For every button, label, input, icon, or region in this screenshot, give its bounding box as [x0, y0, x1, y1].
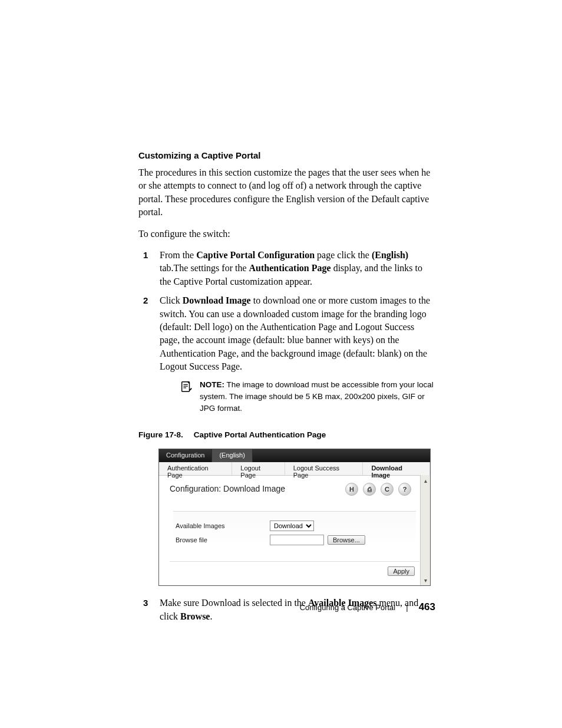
step-number: 1: [143, 249, 148, 261]
available-images-label: Available Images: [173, 522, 270, 529]
tab-logout-page[interactable]: Logout Page: [232, 462, 285, 475]
step-2: 2 Click Download Image to download one o…: [138, 294, 435, 414]
secondary-tabs: Authentication Page Logout Page Logout S…: [159, 462, 430, 476]
tab-logout-success-page[interactable]: Logout Success Page: [285, 462, 363, 475]
tab-configuration[interactable]: Configuration: [159, 449, 212, 462]
tab-authentication-page[interactable]: Authentication Page: [159, 462, 232, 475]
intro-paragraph: The procedures in this section customize…: [138, 166, 435, 219]
section-heading: Customizing a Captive Portal: [138, 150, 435, 160]
row-browse-file: Browse file Browse...: [173, 533, 416, 547]
note: NOTE: The image to download must be acce…: [180, 379, 435, 414]
step-text: From the Captive Portal Configuration pa…: [160, 250, 422, 286]
file-path-input[interactable]: [270, 535, 324, 545]
page-footer: Configuring a Captive Portal | 463: [300, 601, 435, 613]
form-area: Available Images Download Browse file Br…: [173, 511, 416, 547]
tab-download-image[interactable]: Download Image: [363, 462, 430, 475]
apply-row: Apply: [170, 561, 419, 579]
primary-tabs: Configuration (English): [159, 449, 430, 462]
step-text: Click Download Image to download one or …: [160, 295, 430, 371]
footer-divider: |: [406, 603, 408, 612]
print-icon[interactable]: ⎙: [363, 483, 376, 496]
embedded-screenshot: Configuration (English) Authentication P…: [158, 449, 431, 586]
steps-list: 1 From the Captive Portal Configuration …: [138, 249, 435, 414]
note-icon: [180, 380, 193, 393]
panel: Configuration: Download Image H ⎙ C ? Av…: [159, 476, 430, 585]
step-number: 2: [143, 294, 148, 307]
svg-rect-0: [182, 382, 190, 392]
panel-icons: H ⎙ C ?: [345, 483, 411, 496]
browse-button[interactable]: Browse...: [328, 535, 365, 545]
row-available-images: Available Images Download: [173, 519, 416, 533]
note-text: NOTE: The image to download must be acce…: [200, 379, 435, 414]
apply-button[interactable]: Apply: [388, 566, 415, 576]
step-1: 1 From the Captive Portal Configuration …: [138, 249, 435, 288]
footer-section: Configuring a Captive Portal: [300, 603, 396, 612]
page-number: 463: [419, 601, 435, 613]
refresh-icon[interactable]: C: [381, 483, 394, 496]
scroll-down-icon[interactable]: ▾: [421, 576, 429, 584]
help-icon[interactable]: ?: [398, 483, 411, 496]
scroll-up-icon[interactable]: ▴: [421, 476, 429, 485]
figure-caption: Figure 17-8.Captive Portal Authenticatio…: [138, 430, 435, 439]
step-number: 3: [143, 597, 148, 609]
save-icon[interactable]: H: [345, 483, 358, 496]
browse-file-label: Browse file: [173, 536, 270, 543]
tab-english[interactable]: (English): [212, 449, 252, 462]
available-images-select[interactable]: Download: [270, 521, 314, 531]
lead-line: To configure the switch:: [138, 228, 435, 241]
scrollbar[interactable]: ▴ ▾: [420, 475, 430, 585]
